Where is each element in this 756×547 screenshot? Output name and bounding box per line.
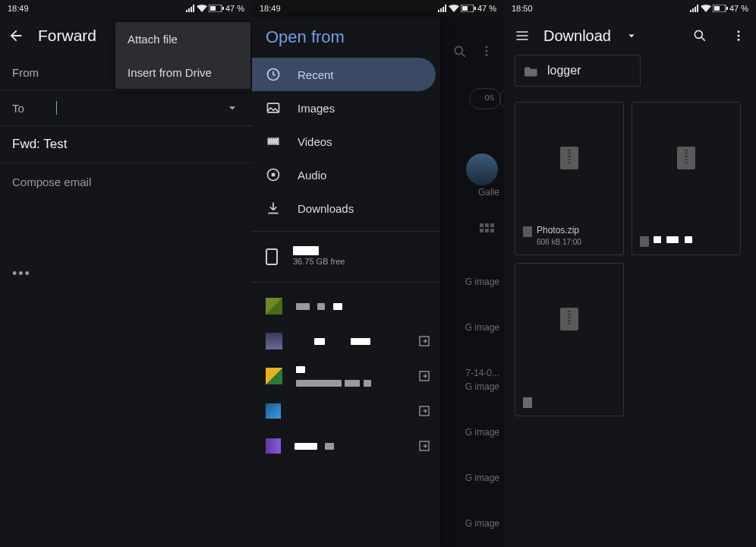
image-icon — [266, 100, 281, 115]
hamburger-icon[interactable] — [515, 28, 530, 43]
svg-rect-4 — [462, 6, 468, 11]
wifi-icon — [449, 5, 459, 12]
signal-icon — [438, 5, 447, 12]
folder-icon — [524, 65, 538, 77]
audio-icon — [266, 167, 281, 182]
clock: 18:50 — [512, 4, 533, 13]
folder-name: logger — [547, 64, 581, 77]
file-item[interactable] — [515, 263, 624, 416]
search-icon[interactable] — [692, 28, 707, 43]
svg-rect-1 — [210, 6, 216, 11]
svg-rect-15 — [266, 249, 277, 264]
file-type-label: G image — [465, 381, 499, 392]
status-bar: 18:50 47 % — [504, 0, 756, 17]
menu-insert-drive[interactable]: Insert from Drive — [115, 55, 250, 89]
file-type-label: G image — [465, 427, 499, 438]
nav-service[interactable] — [252, 394, 440, 428]
service-icon — [266, 403, 281, 419]
file-name-redacted — [654, 235, 692, 247]
svg-point-14 — [272, 173, 276, 177]
svg-rect-5 — [474, 7, 476, 10]
files-header: Download — [504, 17, 756, 55]
nav-service[interactable] — [252, 324, 440, 359]
svg-point-9 — [486, 54, 488, 56]
file-name-snippet: 7-14-0... — [465, 368, 499, 378]
status-bar: 18:49 47 % — [252, 0, 504, 17]
grid-view-icon[interactable] — [480, 223, 493, 237]
status-right: 47 % — [438, 4, 496, 13]
back-icon[interactable] — [8, 27, 24, 44]
svg-point-23 — [695, 30, 702, 38]
open-external-icon — [417, 404, 431, 418]
download-icon — [266, 201, 281, 216]
subject-field[interactable]: Fwd: Test — [0, 126, 252, 163]
clock: 18:49 — [260, 4, 281, 13]
svg-point-6 — [455, 46, 462, 54]
nav-images[interactable]: Images — [252, 91, 440, 125]
service-icon — [266, 438, 281, 454]
nav-service[interactable] — [252, 428, 440, 463]
svg-rect-12 — [268, 138, 279, 145]
compose-body[interactable]: Compose email — [0, 163, 252, 201]
service-label-redacted — [314, 334, 370, 348]
status-right: 47 % — [690, 4, 748, 13]
quoted-text-toggle[interactable]: ••• — [12, 266, 31, 282]
svg-rect-22 — [726, 7, 728, 10]
file-item[interactable] — [632, 102, 741, 255]
folder-title[interactable]: Download — [543, 27, 611, 45]
zip-icon — [677, 147, 695, 169]
drive-service-icon — [266, 298, 282, 315]
nav-service[interactable] — [252, 359, 440, 394]
nav-service[interactable] — [252, 289, 440, 324]
svg-rect-2 — [222, 7, 224, 10]
chevron-down-icon[interactable] — [225, 100, 240, 115]
svg-point-25 — [738, 35, 740, 37]
service-label-redacted — [296, 299, 342, 313]
folder-item[interactable]: logger — [515, 55, 641, 87]
service-label-redacted — [295, 439, 334, 453]
chevron-down-icon[interactable] — [625, 29, 638, 43]
file-type-label: G image — [465, 518, 499, 529]
file-type-label: G image — [465, 473, 499, 483]
battery-icon — [461, 5, 476, 12]
nav-audio[interactable]: Audio — [252, 158, 440, 191]
nav-downloads[interactable]: Downloads — [252, 191, 440, 225]
battery-icon — [713, 5, 728, 12]
search-icon[interactable] — [452, 44, 468, 59]
video-icon — [266, 134, 281, 149]
screen-files: 18:50 47 % Download logger — [504, 0, 756, 547]
screen-compose: 18:49 47 % Forward From To Fwd: Test Com… — [0, 0, 252, 547]
attach-menu: Attach file Insert from Drive — [115, 22, 250, 89]
menu-attach-file[interactable]: Attach file — [115, 22, 250, 55]
phone-icon — [266, 248, 278, 265]
to-label: To — [12, 102, 47, 115]
nav-label: Images — [298, 102, 335, 115]
zip-mini-icon — [523, 226, 532, 237]
battery-pct: 47 % — [729, 4, 748, 13]
service-icon — [266, 368, 282, 384]
gallery-label: Galle — [478, 187, 499, 198]
nav-device-storage[interactable]: 36.75 GB free — [252, 238, 440, 276]
battery-icon — [209, 5, 224, 12]
svg-point-26 — [738, 39, 740, 41]
picker-drawer: Open from Recent Images Videos Audio Dow… — [252, 17, 440, 547]
drawer-title: Open from — [252, 17, 440, 58]
nav-recent[interactable]: Recent — [252, 58, 436, 91]
svg-point-8 — [486, 50, 488, 52]
more-icon[interactable] — [732, 29, 745, 43]
more-icon[interactable] — [480, 44, 493, 58]
file-item-photos[interactable]: Photos.zip 608 kB 17:00 — [515, 102, 624, 255]
nav-label: Audio — [298, 169, 326, 182]
device-storage-free: 36.75 GB free — [293, 257, 345, 267]
gallery-app-icon[interactable] — [466, 153, 498, 185]
wifi-icon — [197, 5, 207, 12]
filter-chip[interactable]: os — [469, 88, 501, 109]
file-mini-icon — [523, 397, 532, 408]
to-field[interactable]: To — [0, 90, 252, 126]
device-name-redacted — [293, 246, 319, 255]
nav-videos[interactable]: Videos — [252, 125, 440, 158]
page-title: Forward — [38, 27, 96, 45]
files-grid: logger Photos.zip 608 kB 17:00 — [504, 55, 756, 416]
battery-pct: 47 % — [225, 4, 244, 13]
svg-point-24 — [738, 30, 740, 33]
